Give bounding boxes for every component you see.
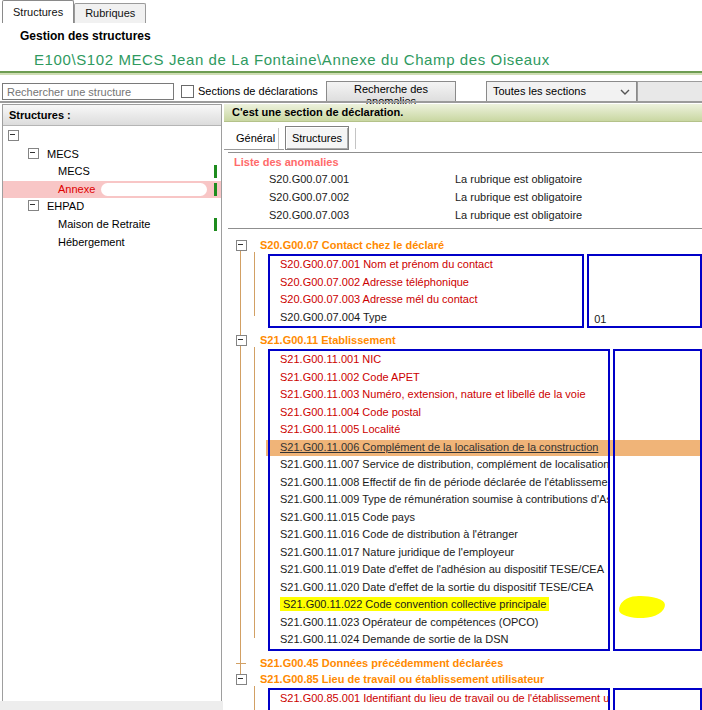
chevron-down-icon [620, 89, 630, 95]
yellow-scribble-redaction [619, 595, 666, 619]
tree-item-maison-de-retraite[interactable]: Maison de Retraite [3, 216, 221, 234]
rubric-row[interactable]: S21.G00.11.008 Effectif de fin de périod… [270, 474, 608, 492]
anomaly-code: S20.G00.07.001 [269, 170, 455, 188]
section-s21-g00-11: S21.G00.11 EtablissementS21.G00.11.001 N… [228, 332, 702, 651]
rubric-label: S21.G00.11.004 Code postal [280, 406, 421, 418]
breadcrumb: E100\S102 MECS Jean de La Fontaine\Annex… [34, 51, 550, 68]
search-anomalies-button[interactable]: Recherche des anomalies [326, 81, 456, 102]
anomaly-row[interactable]: S20.G00.07.002La rubrique est obligatoir… [228, 188, 702, 206]
rubric-list-box: S20.G00.07.001 Nom et prénom du contactS… [268, 254, 584, 328]
collapse-icon[interactable] [236, 240, 247, 251]
rubric-row[interactable]: S21.G00.11.019 Date d'effet de l'adhésio… [270, 561, 608, 579]
sections-select[interactable]: Toutes les sections [486, 81, 637, 102]
rubric-value[interactable]: 01 [594, 311, 606, 329]
rubric-row[interactable]: S20.G00.07.002 Adresse téléphonique [270, 274, 582, 292]
rubric-label: S21.G00.11.001 NIC [280, 353, 381, 365]
rubric-row[interactable]: S21.G00.11.017 Nature juridique de l'emp… [270, 544, 608, 562]
section-s21-g00-45: S21.G00.45 Données précédemment déclarée… [228, 655, 702, 671]
tree-item-mecs[interactable]: MECS [3, 163, 221, 181]
structures-panel-title: Structures : [3, 105, 221, 126]
rubric-label: S21.G00.11.009 Type de rémunération soum… [280, 493, 608, 505]
rubric-label: S21.G00.11.023 Opérateur de compétences … [280, 616, 538, 628]
section-title[interactable]: S20.G00.07 Contact chez le déclaré [260, 239, 444, 251]
rubric-label: S21.G00.11.003 Numéro, extension, nature… [280, 388, 586, 400]
section-title[interactable]: S21.G00.11 Etablissement [260, 334, 396, 346]
rubric-label: S21.G00.11.002 Code APET [280, 371, 420, 383]
tree-item-label: Maison de Retraite [58, 218, 150, 230]
sections-select-value: Toutes les sections [493, 85, 586, 97]
rubric-list-box: S21.G00.85.001 Identifiant du lieu de tr… [268, 688, 610, 710]
rubric-label: S20.G00.07.003 Adresse mél du contact [280, 293, 478, 305]
collapse-icon[interactable] [28, 148, 39, 159]
rubric-row[interactable]: S21.G00.11.007 Service de distribution, … [270, 456, 608, 474]
tree-branch-line [254, 686, 255, 710]
rubric-row[interactable]: S21.G00.11.023 Opérateur de compétences … [270, 614, 608, 632]
tree-item-redacted[interactable] [3, 128, 221, 146]
value-column-box [613, 688, 702, 710]
search-input[interactable] [2, 83, 174, 100]
rubric-row[interactable]: S21.G00.11.016 Code de distribution à l'… [270, 526, 608, 544]
anomaly-row[interactable]: S20.G00.07.003La rubrique est obligatoir… [228, 206, 702, 224]
tab-structures[interactable]: Structures [2, 0, 74, 23]
tab-general[interactable]: Général [236, 132, 275, 144]
rubric-row[interactable]: S21.G00.11.003 Numéro, extension, nature… [270, 386, 608, 404]
rubric-label: S21.G00.11.017 Nature juridique de l'emp… [280, 546, 514, 558]
section-body: S20.G00.07.001 Nom et prénom du contactS… [254, 254, 702, 328]
collapse-icon[interactable] [236, 335, 247, 346]
rubric-label: S21.G00.11.020 Date d'effet de la sortie… [280, 581, 593, 593]
tree-item-ehpad[interactable]: EHPAD [3, 198, 221, 216]
rubric-row[interactable]: S20.G00.07.004 Type [270, 309, 582, 327]
tab-structures-detail[interactable]: Structures [285, 126, 349, 150]
detail-panel: C'est une section de déclaration. Généra… [224, 104, 702, 710]
value-column-box: 01 [587, 254, 702, 328]
section-title[interactable]: S21.G00.45 Données précédemment déclarée… [260, 657, 503, 669]
rubric-label: S21.G00.11.006 Complément de la localisa… [280, 441, 598, 453]
status-bar [214, 165, 217, 178]
section-header: S20.G00.07 Contact chez le déclaré [228, 237, 702, 253]
status-bar [214, 183, 217, 196]
disabled-field [637, 81, 702, 102]
sections-checkbox-label[interactable]: Sections de déclarations [198, 85, 318, 97]
tree-item-label: EHPAD [47, 200, 84, 212]
tab-separator [278, 128, 279, 149]
collapse-icon[interactable] [28, 200, 39, 211]
rubric-row[interactable]: S21.G00.11.020 Date d'effet de la sortie… [270, 579, 608, 597]
tab-underline [224, 149, 284, 150]
tree-item-label: Annexe [58, 183, 95, 195]
status-header: C'est une section de déclaration. [224, 104, 702, 122]
divider-green [0, 71, 702, 75]
rubric-label: S21.G00.11.022 Code convention collectiv… [280, 597, 549, 611]
rubric-row[interactable]: S20.G00.07.003 Adresse mél du contact [270, 291, 582, 309]
section-title[interactable]: S21.G00.85 Lieu de travail ou établissem… [260, 673, 544, 685]
rubric-row[interactable]: S20.G00.07.001 Nom et prénom du contact [270, 256, 582, 274]
rubric-row[interactable]: S21.G00.11.004 Code postal [270, 404, 608, 422]
rubric-row[interactable]: S21.G00.11.022 Code convention collectiv… [270, 596, 608, 614]
sections-checkbox[interactable] [181, 85, 194, 98]
tab-rubriques[interactable]: Rubriques [74, 3, 146, 23]
rubric-row[interactable]: S21.G00.85.001 Identifiant du lieu de tr… [270, 690, 608, 708]
structures-panel: Structures : MECSMECSAnnexeEHPADMaison d… [2, 104, 222, 702]
window-tab-bar: StructuresRubriques [2, 0, 146, 23]
rubric-row[interactable]: S21.G00.11.002 Code APET [270, 369, 608, 387]
rubric-row[interactable]: S21.G00.11.015 Code pays [270, 509, 608, 527]
tree-branch-line [254, 252, 255, 316]
anomaly-row[interactable]: S20.G00.07.001La rubrique est obligatoir… [228, 170, 702, 188]
section-header: S21.G00.45 Données précédemment déclarée… [228, 655, 702, 671]
rubric-label: S21.G00.11.015 Code pays [280, 511, 415, 523]
tree-item-mecs[interactable]: MECS [3, 146, 221, 164]
rubric-row[interactable]: S21.G00.11.001 NIC [270, 351, 608, 369]
divider [0, 101, 702, 103]
rubric-row[interactable]: S21.G00.11.006 Complément de la localisa… [270, 439, 608, 457]
tree-branch-line [254, 347, 255, 638]
page-title: Gestion des structures [20, 29, 151, 43]
rubric-row[interactable]: S21.G00.11.024 Demande de sortie de la D… [270, 631, 608, 649]
tree-item-annexe[interactable]: Annexe [3, 181, 221, 199]
collapse-icon[interactable] [236, 674, 247, 685]
collapse-icon[interactable] [8, 130, 19, 141]
tree-item-h-bergement[interactable]: Hébergement [3, 234, 221, 252]
section-s20-g00-07: S20.G00.07 Contact chez le déclaréS20.G0… [228, 237, 702, 328]
rubric-label: S21.G00.11.016 Code de distribution à l'… [280, 528, 518, 540]
rubric-row[interactable]: S21.G00.11.009 Type de rémunération soum… [270, 491, 608, 509]
anomalies-title: Liste des anomalies [228, 153, 702, 170]
rubric-row[interactable]: S21.G00.11.005 Localité [270, 421, 608, 439]
